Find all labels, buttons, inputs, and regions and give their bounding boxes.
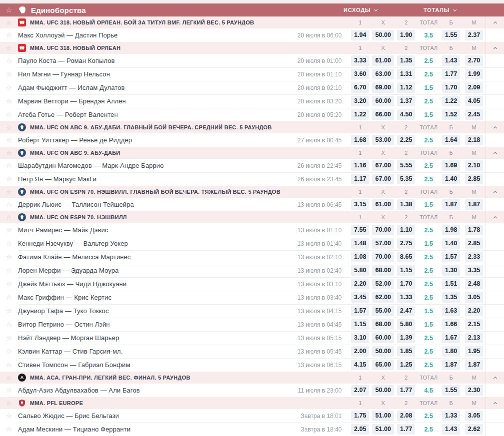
favorite-match-star-icon[interactable]: ☆: [6, 176, 12, 182]
odd-button-over[interactable]: 1.51: [442, 279, 460, 289]
odd-button-under[interactable]: 2.10: [465, 160, 483, 171]
favorite-league-star-icon[interactable]: ☆: [6, 19, 12, 26]
odd-button-2[interactable]: 5.35: [397, 174, 415, 184]
odd-button-2[interactable]: 1.85: [397, 346, 415, 357]
odd-button-1[interactable]: 3.33: [351, 55, 369, 66]
favorite-league-star-icon[interactable]: ☆: [6, 189, 12, 195]
match-name-link[interactable]: Абдул-Азиз Абдулвахабов — Али Багов: [18, 387, 284, 394]
odd-button-1[interactable]: 2.20: [351, 279, 369, 289]
odd-button-under[interactable]: 2.70: [465, 55, 483, 66]
odd-button-over[interactable]: 1.87: [442, 199, 460, 210]
odd-button-x[interactable]: 68.00: [372, 319, 394, 330]
match-name-link[interactable]: Нил Мэгни — Гуннар Нельсон: [18, 70, 284, 78]
odd-button-1[interactable]: 1.94: [351, 30, 369, 40]
odd-button-2[interactable]: 1.15: [397, 265, 415, 276]
totals-dropdown[interactable]: ТОТАЛЫ: [396, 7, 486, 13]
match-name-link[interactable]: Пауло Коста — Роман Копылов: [18, 57, 284, 64]
odd-button-x[interactable]: 68.00: [372, 265, 394, 276]
odd-button-1[interactable]: 1.16: [351, 160, 369, 171]
favorite-match-star-icon[interactable]: ☆: [6, 57, 12, 64]
odd-button-1[interactable]: 3.45: [351, 292, 369, 303]
favorite-league-star-icon[interactable]: ☆: [6, 375, 12, 381]
match-name-link[interactable]: Витор Петрино — Остин Лэйн: [18, 321, 284, 328]
favorite-match-star-icon[interactable]: ☆: [6, 111, 12, 118]
odd-button-1[interactable]: 7.55: [351, 225, 369, 235]
odd-button-1[interactable]: 1.57: [351, 306, 369, 316]
odd-button-2[interactable]: 2.25: [397, 135, 415, 145]
odd-button-under[interactable]: 2.33: [465, 252, 483, 262]
match-name-link[interactable]: Роберт Уиттакер — Ренье де Риддер: [18, 136, 284, 144]
odd-button-x[interactable]: 57.00: [372, 238, 394, 249]
odd-button-x[interactable]: 63.00: [372, 69, 394, 79]
odd-button-2[interactable]: 2.75: [397, 238, 415, 249]
odd-button-over[interactable]: 1.40: [442, 174, 460, 184]
odd-button-2[interactable]: 1.90: [397, 30, 415, 40]
odd-button-1[interactable]: 3.15: [351, 199, 369, 210]
odd-button-over[interactable]: 1.35: [442, 292, 460, 303]
odd-button-over[interactable]: 1.67: [442, 333, 460, 343]
odd-button-under[interactable]: 2.20: [465, 306, 483, 316]
odd-button-x[interactable]: 60.00: [372, 333, 394, 343]
match-name-link[interactable]: Кэлвин Каттар — Стив Гарсия-мл.: [18, 348, 284, 355]
odd-button-1[interactable]: 3.20: [351, 96, 369, 106]
odd-button-2[interactable]: 1.10: [397, 225, 415, 235]
match-name-link[interactable]: Деррик Льюис — Таллисон Тейшейра: [18, 201, 284, 208]
odd-button-over[interactable]: 1.43: [442, 55, 460, 66]
favorite-match-star-icon[interactable]: ☆: [6, 32, 12, 38]
odd-button-x[interactable]: 70.00: [372, 225, 394, 235]
odd-button-under[interactable]: 2.18: [465, 135, 483, 145]
match-name-link[interactable]: Адам Мескини — Тициано Ферранти: [18, 426, 284, 433]
odd-button-over[interactable]: 1.40: [442, 238, 460, 249]
odd-button-2[interactable]: 5.55: [397, 160, 415, 171]
odd-button-x[interactable]: 61.00: [372, 55, 394, 66]
match-name-link[interactable]: Сальво Жюдис — Брис Бельгази: [18, 412, 284, 420]
odd-button-over[interactable]: 1.52: [442, 109, 460, 120]
odd-button-over[interactable]: 1.63: [442, 306, 460, 316]
odd-button-2[interactable]: 1.77: [397, 424, 415, 435]
odd-button-x[interactable]: 60.00: [372, 96, 394, 106]
odd-button-1[interactable]: 3.60: [351, 69, 369, 79]
odd-button-under[interactable]: 1.95: [465, 346, 483, 357]
match-name-link[interactable]: Фатима Клайн — Мелисса Мартинес: [18, 253, 284, 261]
match-name-link[interactable]: Петр Ян — Маркус МакГи: [18, 175, 284, 183]
collapse-section-button[interactable]: [486, 147, 504, 159]
odd-button-over[interactable]: 1.55: [442, 385, 460, 396]
favorite-match-star-icon[interactable]: ☆: [6, 71, 12, 77]
odd-button-under[interactable]: 2.37: [465, 30, 483, 40]
odd-button-over[interactable]: 1.43: [442, 424, 460, 435]
odd-button-x[interactable]: 51.00: [372, 411, 394, 421]
odd-button-under[interactable]: 2.48: [465, 279, 483, 289]
odd-button-x[interactable]: 66.00: [372, 109, 394, 120]
odd-button-2[interactable]: 1.38: [397, 199, 415, 210]
favorite-match-star-icon[interactable]: ☆: [6, 294, 12, 301]
match-name-link[interactable]: Джейк Мэттьюз — Чиди Нджокуани: [18, 280, 284, 288]
match-name-link[interactable]: Шарабутдин Магомедов — Марк-Андре Баррио: [18, 162, 284, 169]
odd-button-2[interactable]: 2.47: [397, 306, 415, 316]
odd-button-x[interactable]: 53.00: [372, 135, 394, 145]
odd-button-under[interactable]: 1.87: [465, 199, 483, 210]
odd-button-under[interactable]: 2.15: [465, 319, 483, 330]
odd-button-under[interactable]: 2.30: [465, 385, 483, 396]
match-name-link[interactable]: Атеба Готье — Роберт Валентен: [18, 111, 284, 118]
odd-button-over[interactable]: 1.30: [442, 265, 460, 276]
odd-button-1[interactable]: 4.15: [351, 360, 369, 370]
match-name-link[interactable]: Адам Фьюджитт — Ислам Дулатов: [18, 84, 284, 91]
odd-button-over[interactable]: 1.22: [442, 96, 460, 106]
odd-button-under[interactable]: 4.05: [465, 96, 483, 106]
favorite-match-star-icon[interactable]: ☆: [6, 162, 12, 169]
odd-button-x[interactable]: 62.00: [372, 292, 394, 303]
odd-button-under[interactable]: 2.45: [465, 109, 483, 120]
odd-button-under[interactable]: 3.05: [465, 292, 483, 303]
favorite-match-star-icon[interactable]: ☆: [6, 84, 12, 91]
odd-button-under[interactable]: 2.13: [465, 333, 483, 343]
odd-button-1[interactable]: 3.10: [351, 333, 369, 343]
match-name-link[interactable]: Стивен Томпсон — Габриэл Бонфим: [18, 361, 284, 369]
odd-button-2[interactable]: 1.25: [397, 360, 415, 370]
league-section-header[interactable]: ☆ MMA. UFC 318. НОВЫЙ ОРЛЕАН 1 X 2 ТОТАЛ…: [0, 42, 504, 54]
odd-button-1[interactable]: 1.68: [351, 135, 369, 145]
match-name-link[interactable]: Лорен Мерфи — Эдуарда Моура: [18, 267, 284, 274]
collapse-section-button[interactable]: [486, 121, 504, 133]
odd-button-x[interactable]: 69.00: [372, 82, 394, 93]
odd-button-over[interactable]: 1.69: [442, 160, 460, 171]
odd-button-2[interactable]: 1.12: [397, 82, 415, 93]
